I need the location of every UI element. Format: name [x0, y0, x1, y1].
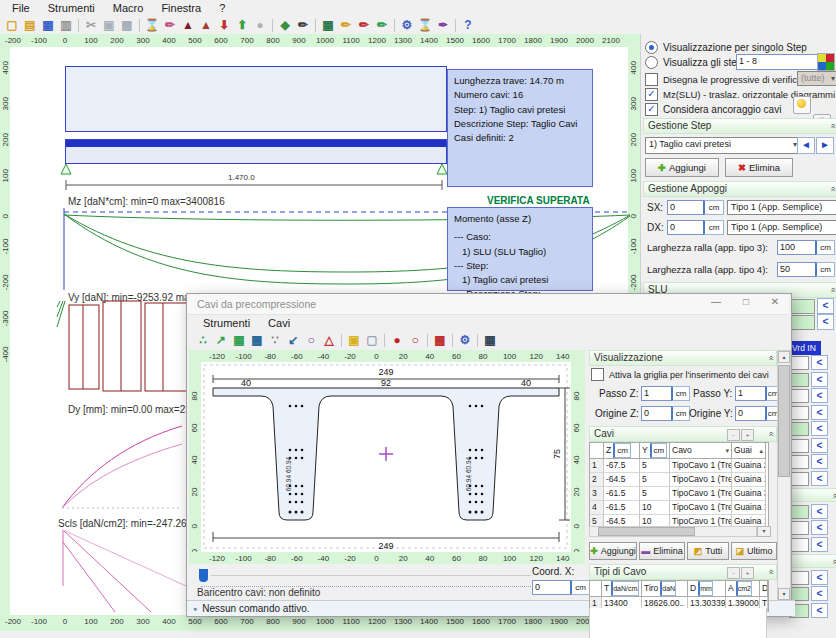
cavi-table[interactable]: Zcm Ycm Cavo▾ Guai▴ 1-67.55TipoCavo 1 (T…	[589, 442, 769, 530]
cavi-cell[interactable]: TipoCavo 1 (Tref..	[670, 487, 732, 501]
plant-light-icon[interactable]: ▲	[197, 17, 215, 33]
checkbox-mz-slu[interactable]: ✓	[645, 88, 658, 101]
origine-z-input[interactable]: 0	[641, 406, 675, 421]
cavi-cell[interactable]: Guaina 1	[732, 473, 766, 487]
step-next-button[interactable]: ►	[816, 137, 834, 154]
aggiungi-step-button[interactable]: ✚ Aggiungi	[645, 158, 719, 177]
tipi-cavo-header[interactable]: Tipi di Cavo - + »	[589, 564, 777, 580]
collapse-icon[interactable]: »	[829, 493, 836, 498]
collapse-icon[interactable]: »	[827, 123, 836, 128]
strip-expand-button[interactable]: <	[811, 570, 828, 585]
sx-input[interactable]: 0	[667, 200, 707, 215]
grid-dark-icon[interactable]: ▦	[481, 332, 499, 348]
polyline-icon[interactable]: ↙	[284, 332, 302, 348]
collapse-icon[interactable]: »	[829, 559, 836, 564]
shrink-button[interactable]: -	[727, 567, 740, 579]
ralla3-input[interactable]: 100	[777, 240, 819, 255]
visualizzazione-header[interactable]: Visualizzazione »	[589, 350, 777, 366]
menu-item-macro[interactable]: Macro	[105, 1, 152, 15]
cavi-cell[interactable]: 1	[590, 459, 604, 473]
cavi-cell[interactable]: 5	[640, 473, 670, 487]
cavi-hscrollbar[interactable]	[589, 526, 757, 537]
tipi-header-cell[interactable]: Acm2	[726, 581, 760, 597]
radio-single-step[interactable]	[645, 41, 658, 54]
vrd-badge[interactable]: Vrd IN	[787, 341, 821, 355]
cavi-cell[interactable]: 5	[640, 487, 670, 501]
checkbox-ancoraggio[interactable]: ✓	[645, 103, 658, 116]
grow-button[interactable]: +	[741, 567, 754, 579]
cavi-cell[interactable]: -64.5	[604, 473, 640, 487]
cavi-elimina-button[interactable]: ▬Elimina	[639, 542, 685, 560]
tipi-header-cell[interactable]: Dmm	[688, 581, 726, 597]
collapse-icon[interactable]: »	[827, 186, 836, 191]
cavi-cell[interactable]: -61.5	[604, 487, 640, 501]
tipi-header-cell[interactable]: D	[760, 581, 768, 597]
import-up-icon[interactable]: ⬆	[233, 17, 251, 33]
steps-color-icon[interactable]	[817, 53, 835, 71]
gear-icon[interactable]: ⚙	[398, 17, 416, 33]
strip-section-header[interactable]: »	[789, 554, 836, 568]
checkbox-progressive[interactable]	[645, 73, 658, 86]
help-icon[interactable]: ?	[459, 17, 477, 33]
cavi-cell[interactable]: -67.5	[604, 459, 640, 473]
cavi-col-cavo[interactable]: Cavo▾	[670, 443, 732, 459]
x-slider-handle[interactable]	[199, 569, 208, 582]
brush-tool-icon[interactable]: ✏	[161, 17, 179, 33]
grid-green-icon[interactable]: ▦	[230, 332, 248, 348]
maximize-button[interactable]: □	[733, 296, 759, 307]
tipi-header-cell[interactable]: TirodaN	[642, 581, 688, 597]
strip-expand-button[interactable]: <	[811, 537, 828, 552]
gear-icon[interactable]: ⚙	[456, 332, 474, 348]
lamp-on-icon[interactable]: ▣	[345, 332, 363, 348]
cavi-cell[interactable]: Guaina 1	[732, 501, 766, 515]
radio-multi-step[interactable]	[645, 56, 658, 69]
strip-expand-button[interactable]: <	[811, 421, 828, 436]
strip-expand-button[interactable]: <	[811, 586, 828, 601]
open-folder-icon[interactable]: ▤	[21, 17, 39, 33]
cavi-cell[interactable]: -61.5	[604, 501, 640, 515]
cavi-col-y[interactable]: Ycm	[640, 443, 670, 459]
strip-expand-button[interactable]: <	[811, 454, 828, 469]
cavi-tutti-button[interactable]: ◩Tutti	[687, 542, 729, 560]
pen-yellow-icon[interactable]: ✏	[337, 17, 355, 33]
gestione-appoggi-header[interactable]: Gestione Appoggi »	[643, 181, 836, 197]
cavi-cell[interactable]: TipoCavo 1 (Tref..	[670, 473, 732, 487]
strip-expand-button[interactable]: <	[811, 520, 828, 535]
export-down-icon[interactable]: ⬇	[215, 17, 233, 33]
slu-expand-button[interactable]: <	[817, 314, 834, 330]
coord-x-input[interactable]: 0	[532, 580, 574, 595]
cavi-cell[interactable]: 5	[640, 459, 670, 473]
stop-icon[interactable]: ○	[406, 332, 424, 348]
strip-expand-button[interactable]: <	[811, 388, 828, 403]
pen-green-icon[interactable]: ✏	[373, 17, 391, 33]
new-file-icon[interactable]: ▢	[3, 17, 21, 33]
cables-icon[interactable]: ∴	[194, 332, 212, 348]
section-canvas[interactable]: 249 92 40 40 60.94 60.94	[201, 362, 571, 552]
users-icon[interactable]: ◆	[276, 17, 294, 33]
strip-expand-button[interactable]: <	[811, 438, 828, 453]
sphere-icon[interactable]: ●	[251, 17, 269, 33]
strip-expand-button[interactable]: <	[811, 355, 828, 370]
collapse-icon[interactable]: »	[827, 287, 836, 292]
collapse-icon[interactable]: »	[765, 431, 775, 436]
cavi-aggiungi-button[interactable]: ✚Aggiungi	[589, 542, 637, 560]
cavi-ultimo-button[interactable]: ◪Ultimo	[731, 542, 777, 560]
x-slider-track[interactable]	[211, 575, 531, 576]
origine-y-input[interactable]: 0	[735, 406, 769, 421]
cavi-cell[interactable]: Guaina 2	[732, 459, 766, 473]
dx-type-select[interactable]: Tipo 1 (App. Semplice)	[727, 220, 836, 235]
cavi-col-guaina[interactable]: Guai▴	[732, 443, 766, 459]
strip-expand-button[interactable]: <	[811, 405, 828, 420]
dialog-panel-scrollbar[interactable]: ▴ ▾	[777, 350, 791, 600]
strip-expand-button[interactable]: <	[811, 471, 828, 486]
close-button[interactable]: ✕	[763, 296, 787, 307]
section-tool-icon[interactable]: ⌛	[143, 17, 161, 33]
grid-red-icon[interactable]: ▩	[431, 332, 449, 348]
passo-y-input[interactable]: 1	[735, 386, 769, 401]
cavi-cell[interactable]: 3	[590, 487, 604, 501]
cavi-cell[interactable]: TipoCavo 1 (Tref..	[670, 501, 732, 515]
wrench-icon[interactable]: ✒	[434, 17, 452, 33]
tipi-header-cell[interactable]	[590, 581, 602, 597]
lamp-on-icon[interactable]	[793, 96, 811, 114]
grid-blue-icon[interactable]: ▩	[248, 332, 266, 348]
